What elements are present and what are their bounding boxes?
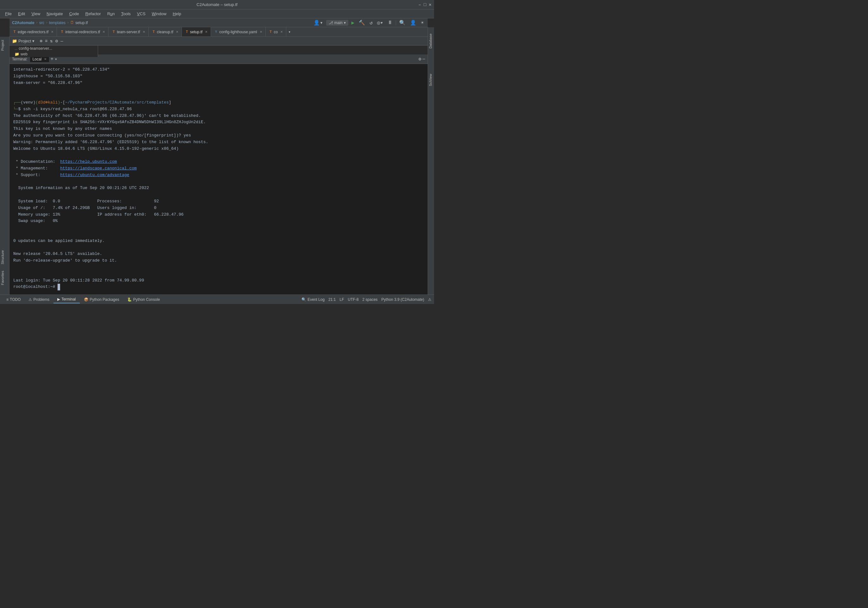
term-sysload: System load: 0.0 Processes: 92 [13,198,424,205]
tab-team-server[interactable]: T team-server.tf ✕ [108,27,148,36]
pause-icon[interactable]: ⏸ [386,19,394,26]
tab-setup[interactable]: T setup.tf ✕ [182,27,211,36]
menu-file[interactable]: File [3,11,14,17]
tab-close-icon[interactable]: ✕ [51,30,53,34]
terminal-tab-label: Local [33,57,42,61]
tab-close-icon[interactable]: ✕ [143,30,145,34]
event-log-link[interactable]: 🔍 Event Log [301,297,324,302]
tabs-overflow-button[interactable]: ▾ [286,27,293,36]
database-panel-tab[interactable]: Database [428,30,434,51]
term-docs: * Documentation: https://help.ubuntu.com [13,159,424,165]
settings-gear-icon[interactable]: ⚙ [55,38,59,44]
menu-edit[interactable]: Edit [16,11,28,17]
problems-label: Problems [33,297,50,302]
tab-close-icon[interactable]: ✕ [176,30,178,34]
python-console-tab[interactable]: 🐍 Python Console [123,296,164,303]
run-button[interactable]: ▶ [350,19,356,26]
breadcrumb-src[interactable]: src [39,20,44,25]
problems-tab[interactable]: ⚠ Problems [25,296,53,303]
maximize-button[interactable]: □ [423,2,426,7]
tab-close-icon[interactable]: ✕ [102,30,105,34]
favorites-panel-tab[interactable]: Favorites [0,267,9,288]
account-icon[interactable]: 👤▾ [312,19,324,26]
todo-tab[interactable]: ≡ TODO [3,296,25,303]
tf-file-icon: T [152,30,156,34]
terminal-add-button[interactable]: + [50,56,53,62]
project-panel-tab[interactable]: Project [0,37,9,54]
breadcrumb: C2Automate › src › templates › 🗒 setup.t… [12,19,88,27]
terminal-content[interactable]: internal-redirector-2 = "66.228.47.134" … [9,64,428,294]
breadcrumb-project[interactable]: C2Automate [12,20,34,25]
tab-edge-redirectors[interactable]: T edge-redirectors.tf ✕ [9,27,57,36]
menu-vcs[interactable]: VCS [135,11,148,17]
terminal-settings-icon[interactable]: ⚙ [418,56,421,62]
main-area: Terminal: Local ✕ + ▾ ⚙ — internal-redir… [9,54,428,294]
search-everywhere-icon[interactable]: 🔍 [398,19,407,26]
window-controls: – □ ✕ [418,2,431,7]
tf-file-icon: T [12,30,17,34]
tf-file-icon: T [269,30,273,34]
menu-navigate[interactable]: Navigate [44,11,65,17]
menu-help[interactable]: Help [170,11,184,17]
term-blank-8 [13,244,424,251]
menu-refactor[interactable]: Refactor [83,11,104,17]
tab-co[interactable]: T co ✕ [266,27,287,36]
event-log-label: Event Log [307,297,324,302]
terminal-close-icon[interactable]: — [423,56,425,62]
term-mgmt: * Management: https://landscape.canonica… [13,165,424,172]
branch-selector[interactable]: ⎇ main ▾ [326,20,348,26]
notifications-icon[interactable]: 👤 [409,19,417,26]
python-interpreter[interactable]: Python 3.9 (C2Automate) [381,297,424,302]
tab-close-icon[interactable]: ✕ [260,30,262,34]
close-button[interactable]: ✕ [429,2,431,7]
minimize-button[interactable]: – [418,2,421,7]
python-console-label: Python Console [133,297,160,302]
term-support: * Support: https://ubuntu.com/advantage [13,172,424,179]
ubuntu-advantage-link[interactable]: https://ubuntu.com/advantage [60,173,129,177]
build-icon[interactable]: 🔨 [358,19,366,26]
term-sysinfo: System information as of Tue Sep 20 00:2… [13,185,424,191]
sciview-panel-tab[interactable]: SciView [428,71,434,89]
menu-code[interactable]: Code [67,11,82,17]
structure-panel-tab[interactable]: Structure [0,247,9,267]
terminal-dropdown[interactable]: ▾ [55,57,57,62]
menu-view[interactable]: View [29,11,43,17]
project-icons: ⊕ ≡ ⇅ ⚙ — [39,38,64,44]
ubuntu-docs-link[interactable]: https://help.ubuntu.com [60,159,117,164]
todo-label: TODO [10,297,20,302]
menu-run[interactable]: Run [105,11,117,17]
term-line-3: team-server = "66.228.47.96" [13,80,424,86]
terminal-tab-close[interactable]: ✕ [44,57,46,61]
file-tree-web[interactable]: 📁 web [9,51,98,57]
hide-icon[interactable]: — [60,38,64,44]
collapse-all-icon[interactable]: ≡ [44,38,48,44]
project-folder-icon: 📁 [12,39,17,44]
menu-tools[interactable]: Tools [119,11,133,17]
settings-icon[interactable]: ☀ [420,19,425,26]
file-tree-config[interactable]: ... config-teamserver... [9,46,98,51]
breadcrumb-templates[interactable]: templates [49,20,65,25]
yaml-file-icon: Y [214,30,218,34]
python-packages-tab[interactable]: 📦 Python Packages [80,296,123,303]
tab-close-icon[interactable]: ✕ [280,30,283,34]
tab-cleanup[interactable]: T cleanup.tf ✕ [149,27,182,36]
breadcrumb-file[interactable]: setup.tf [75,20,88,25]
coverage-icon[interactable]: ↺ [368,19,374,26]
term-warning: Warning: Permanently added '66.228.47.96… [13,139,424,146]
terminal-tab-local[interactable]: Local ✕ [30,56,50,62]
menu-window[interactable]: Window [149,11,169,17]
tab-internal-redirectors[interactable]: T internal-redirectors.tf ✕ [57,27,108,36]
term-blank-4 [13,179,424,185]
locate-icon[interactable]: ⊕ [39,38,43,44]
tab-label: config-lighthouse.yaml [219,30,257,34]
project-label-text: Project [19,39,31,44]
sort-icon[interactable]: ⇅ [50,38,53,44]
tab-config-lighthouse[interactable]: Y config-lighthouse.yaml ✕ [211,27,265,36]
terminal-tab-bottom[interactable]: ▶ Terminal [53,296,80,303]
profile-icon[interactable]: ◎▾ [376,19,384,26]
tab-close-icon[interactable]: ✕ [205,30,208,34]
project-dropdown[interactable]: 📁 Project ▾ [12,39,34,44]
branch-name: main [334,20,343,25]
project-arrow-icon: ▾ [32,39,34,44]
canonical-link[interactable]: https://landscape.canonical.com [60,166,136,171]
